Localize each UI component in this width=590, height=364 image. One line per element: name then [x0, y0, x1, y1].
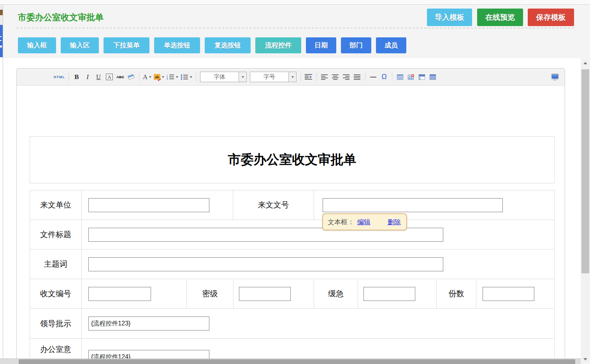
align-left-icon[interactable] — [320, 72, 329, 82]
italic-icon[interactable]: I — [83, 72, 92, 82]
table-row: 领导批示 — [30, 309, 554, 339]
component-date-button[interactable]: 日期 — [306, 37, 336, 53]
font-family-select[interactable]: 字体 — [200, 72, 247, 82]
security-level-input[interactable] — [239, 287, 291, 301]
cell-properties-icon[interactable] — [428, 72, 437, 82]
delete-link[interactable]: 删除 — [388, 218, 401, 227]
ordered-list-icon[interactable]: 123 — [167, 72, 178, 82]
editor-toolbar: HTML B I U A ABC A ab 123 字体 — [17, 69, 565, 86]
leader-instruction-input[interactable] — [88, 317, 209, 331]
special-character-icon[interactable]: Ω — [380, 72, 388, 82]
component-input-box-button[interactable]: 输入框 — [18, 37, 56, 53]
toolbar-separator — [139, 73, 139, 81]
eraser-icon[interactable] — [127, 72, 135, 82]
vertical-scrollbar-thumb[interactable] — [581, 69, 589, 273]
edit-link[interactable]: 编辑 — [357, 218, 371, 227]
boxed-a-icon[interactable]: A — [106, 74, 112, 80]
highlight-color-icon[interactable]: ab — [154, 72, 164, 82]
scroll-down-icon[interactable] — [581, 355, 590, 364]
copies-input[interactable] — [483, 287, 534, 301]
form-title: 市委办公室收文审批单 — [228, 151, 356, 169]
subject-words-input[interactable] — [88, 257, 443, 271]
html-source-icon[interactable]: HTML — [54, 72, 65, 82]
horizontal-scrollbar[interactable] — [0, 359, 581, 364]
rich-text-editor: HTML B I U A ABC A ab 123 字体 — [16, 68, 565, 364]
component-checkbox-button[interactable]: 复选按钮 — [205, 37, 251, 53]
chevron-down-icon[interactable] — [288, 72, 296, 82]
scroll-up-icon[interactable] — [581, 58, 590, 68]
tooltip-label: 文本框： — [328, 218, 354, 227]
unordered-list-icon[interactable] — [181, 72, 192, 82]
font-color-icon[interactable]: A — [143, 72, 151, 82]
label-leader-instruction: 领导批示 — [30, 309, 82, 338]
toolbar-separator — [392, 73, 392, 81]
component-radio-button[interactable]: 单选按钮 — [154, 37, 200, 53]
incoming-doc-number-input[interactable] — [323, 198, 503, 212]
field-action-tooltip: 文本框： 编辑 删除 — [322, 213, 407, 230]
horizontal-rule-icon[interactable]: — — [369, 72, 378, 82]
svg-text:3: 3 — [167, 78, 168, 80]
label-copies: 份数 — [437, 279, 476, 308]
component-input-area-button[interactable]: 输入区 — [61, 37, 99, 53]
receipt-number-input[interactable] — [88, 287, 151, 301]
indent-icon[interactable] — [304, 72, 313, 82]
table-properties-icon[interactable] — [418, 72, 426, 82]
fullscreen-icon[interactable] — [551, 72, 559, 82]
underline-icon[interactable]: U — [94, 72, 103, 82]
component-member-button[interactable]: 成员 — [376, 37, 406, 53]
horizontal-scrollbar-thumb[interactable] — [19, 359, 575, 364]
label-urgency: 缓急 — [314, 279, 358, 308]
header-panel: 市委办公室收文审批单 导入模板 在线预览 保存模板 输入框 输入区 下拉菜单 单… — [3, 5, 590, 58]
component-dropdown-button[interactable]: 下拉菜单 — [104, 37, 149, 53]
font-size-select[interactable]: 字号 — [250, 72, 297, 82]
strikethrough-icon[interactable]: ABC — [116, 72, 125, 82]
vertical-scrollbar[interactable] — [581, 58, 590, 364]
table-row: 收文编号 密级 缓急 份数 — [30, 279, 554, 309]
form-title-box: 市委办公室收文审批单 — [30, 136, 555, 183]
label-subject-words: 主题词 — [30, 250, 82, 279]
component-button-row: 输入框 输入区 下拉菜单 单选按钮 复选按钮 流程控件 日期 部门 成员 — [18, 37, 406, 53]
toolbar-separator — [316, 73, 317, 81]
online-preview-button[interactable]: 在线预览 — [477, 9, 523, 26]
table-row: 文件标题 — [30, 220, 554, 250]
align-right-icon[interactable] — [342, 72, 351, 82]
toolbar-separator — [68, 73, 69, 81]
form-table: 来文单位 来文文号 文件标题 主题词 收文编号 密级 缓急 份数 — [30, 190, 555, 364]
align-justify-icon[interactable] — [353, 72, 362, 82]
label-incoming-doc-number: 来文文号 — [233, 190, 314, 220]
urgency-input[interactable] — [363, 287, 415, 301]
import-template-button[interactable]: 导入模板 — [427, 9, 472, 26]
label-receipt-number: 收文编号 — [30, 279, 82, 308]
label-document-title: 文件标题 — [30, 220, 82, 249]
toolbar-separator — [300, 73, 301, 81]
component-department-button[interactable]: 部门 — [341, 37, 371, 53]
table-row: 主题词 — [30, 250, 554, 279]
delete-table-icon[interactable] — [407, 72, 415, 82]
component-flow-control-button[interactable]: 流程控件 — [255, 37, 301, 53]
window-top-strip — [0, 0, 590, 5]
toolbar-separator — [365, 73, 365, 81]
save-template-button[interactable]: 保存模板 — [528, 9, 574, 26]
align-center-icon[interactable] — [331, 72, 340, 82]
table-row: 来文单位 来文文号 — [30, 190, 554, 220]
incoming-unit-input[interactable] — [88, 198, 209, 212]
window-left-edge — [0, 0, 3, 364]
bold-icon[interactable]: B — [72, 72, 81, 82]
header-divider — [16, 28, 574, 28]
label-security-level: 密级 — [187, 279, 234, 308]
label-incoming-unit: 来文单位 — [30, 190, 82, 220]
toolbar-separator — [196, 73, 196, 81]
page-title: 市委办公室收文审批单 — [18, 12, 104, 23]
page: 市委办公室收文审批单 导入模板 在线预览 保存模板 输入框 输入区 下拉菜单 单… — [0, 0, 590, 364]
chevron-down-icon[interactable] — [239, 72, 246, 82]
insert-table-icon[interactable] — [396, 72, 404, 82]
